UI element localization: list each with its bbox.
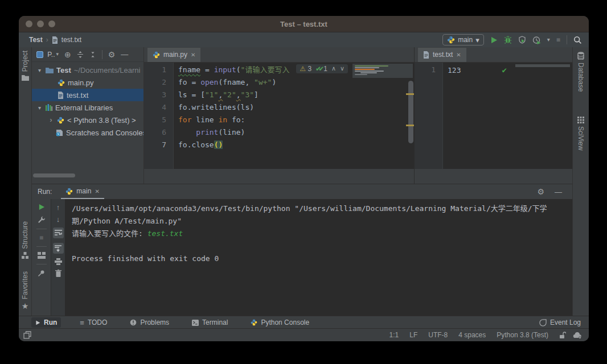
breadcrumb-file[interactable]: test.txt (61, 36, 81, 44)
status-line-ending[interactable]: LF (409, 331, 417, 339)
editor-body[interactable]: 1 123✔ (415, 63, 572, 169)
tool-tab-run[interactable]: Run (31, 317, 61, 328)
gear-icon[interactable]: ⚙ (108, 51, 116, 59)
folder-icon (46, 67, 54, 73)
warning-stripe-mark[interactable] (406, 93, 414, 95)
tab-label: test.txt (433, 51, 453, 59)
rerun-button[interactable] (38, 204, 45, 210)
run-tab-main[interactable]: main ✕ (61, 185, 104, 199)
tree-expand-icon[interactable]: ▾ (36, 105, 43, 111)
prev-problem-icon[interactable]: ∧ (331, 65, 336, 72)
next-problem-icon[interactable]: ∨ (340, 65, 344, 72)
tree-item-scratches[interactable]: Scratches and Consoles (32, 126, 143, 139)
tool-tab-label: Python Console (261, 318, 309, 326)
database-stripe-label: Database (577, 63, 585, 92)
ok-count: 1 (323, 65, 327, 73)
tool-stripe-favorites[interactable]: Favorites ★ (19, 271, 31, 310)
terminal-icon (192, 320, 199, 326)
ide-window: Test – test.txt Test › test.txt main ▾ (19, 16, 589, 341)
navigation-bar: Test › test.txt main ▾ (19, 32, 589, 48)
profiler-button[interactable] (532, 36, 541, 44)
inspection-widget[interactable]: ⚠ 3 ✔✔1 ∧ ∨ (296, 64, 348, 73)
scroll-to-end-toggle[interactable] (53, 243, 64, 254)
project-view-select[interactable]: P.. ▾ (36, 51, 59, 59)
status-encoding[interactable]: UTF-8 (428, 331, 448, 339)
tree-expand-icon[interactable]: ▾ (36, 67, 43, 73)
close-tab-icon[interactable]: ✕ (456, 52, 461, 58)
tool-tab-problems[interactable]: Problems (126, 317, 173, 328)
run-configuration-select[interactable]: main ▾ (442, 34, 484, 46)
hide-panel-button[interactable]: — (121, 51, 128, 58)
code-area[interactable]: fname = input("请输入要写入fo = open(fname, "w… (174, 63, 414, 169)
profiler-dropdown-icon[interactable]: ▾ (547, 37, 550, 43)
gear-icon[interactable]: ⚙ (537, 188, 544, 196)
tree-item-external-libraries[interactable]: ▾ External Libraries (32, 101, 143, 114)
print-icon[interactable] (55, 258, 62, 265)
collapse-all-button[interactable] (89, 51, 96, 58)
run-button[interactable] (490, 36, 498, 44)
tab-main-py[interactable]: main.py ✕ (147, 48, 200, 62)
tree-collapsed-icon[interactable]: › (48, 116, 54, 124)
restore-layout-icon[interactable] (38, 252, 46, 259)
editor-scrollbar[interactable] (408, 81, 413, 143)
edit-configuration-icon[interactable] (38, 216, 46, 224)
structure-icon (22, 252, 28, 259)
tree-item-project-root[interactable]: ▾ Test ~/Documents/Learni (32, 64, 143, 76)
locate-file-button[interactable]: ⊕ (64, 51, 71, 59)
editor-filler (144, 169, 414, 184)
tool-stripe-database[interactable]: Database (573, 52, 589, 92)
tool-stripe-sciview[interactable]: SciView (573, 117, 589, 150)
close-tab-icon[interactable]: ✕ (191, 52, 195, 58)
breadcrumb-separator-icon: › (46, 36, 48, 44)
project-view-icon (36, 51, 43, 58)
down-stack-trace-icon[interactable]: ↓ (56, 216, 60, 223)
editor-gutter: 12 34 56 7 (144, 63, 174, 169)
warning-stripe-mark[interactable] (406, 125, 414, 126)
event-log-button[interactable]: Event Log (539, 318, 581, 326)
tool-tab-todo[interactable]: ≡ TODO (76, 317, 111, 328)
favorites-stripe-label: Favorites (21, 271, 29, 299)
run-panel-label: Run: (32, 188, 52, 196)
right-tool-stripe: Database SciView (572, 47, 589, 316)
tree-item-label: Test (56, 66, 71, 75)
todo-list-icon: ≡ (80, 319, 84, 326)
preview-strip (515, 64, 570, 67)
clear-console-icon[interactable] (55, 270, 61, 277)
text-content[interactable]: 123✔ (443, 63, 572, 169)
expand-all-button[interactable] (77, 51, 84, 58)
up-stack-trace-icon[interactable]: ↑ (56, 204, 60, 211)
pin-icon[interactable] (38, 270, 45, 277)
search-everywhere-icon[interactable] (573, 36, 582, 44)
close-tab-icon[interactable]: ✕ (95, 188, 99, 195)
toolbar-separator (567, 35, 567, 44)
text-file-icon (52, 36, 58, 44)
tool-stripe-structure[interactable]: Structure (19, 221, 31, 259)
main-area: Project Structure Favorites ★ (19, 47, 589, 316)
project-horizontal-scrollbar[interactable] (33, 173, 75, 177)
soft-wrap-toggle[interactable] (53, 228, 64, 238)
tab-test-txt[interactable]: test.txt ✕ (418, 48, 466, 62)
tool-tab-terminal[interactable]: Terminal (188, 317, 232, 328)
run-console-output[interactable]: /Users/william/opt/anaconda3/envs/Test/b… (65, 199, 572, 316)
python-icon (65, 188, 73, 195)
tool-stripe-project[interactable]: Project (19, 51, 31, 81)
tool-tab-python-console[interactable]: Python Console (247, 317, 313, 328)
status-interpreter[interactable]: Python 3.8 (Test) (497, 331, 548, 339)
coverage-button[interactable] (518, 36, 526, 44)
tree-item-test-txt[interactable]: test.txt (32, 89, 143, 101)
debug-button[interactable] (504, 36, 512, 44)
lock-icon[interactable] (559, 332, 566, 339)
window-title: Test – test.txt (19, 20, 589, 28)
tree-item-main-py[interactable]: main.py (32, 76, 143, 89)
status-indent[interactable]: 4 spaces (458, 331, 486, 339)
problems-icon (130, 319, 137, 326)
hide-panel-button[interactable]: — (555, 188, 562, 196)
cloud-settings-icon[interactable] (573, 332, 582, 339)
breadcrumb-root[interactable]: Test (29, 36, 43, 44)
run-toolbar-left: ■ (32, 199, 51, 316)
run-configuration-name: main (458, 36, 473, 44)
editor-body[interactable]: 12 34 56 7 fname = input("请输入要写入fo = ope… (144, 63, 414, 169)
tool-window-switcher-icon[interactable] (23, 331, 31, 339)
status-caret-position[interactable]: 1:1 (389, 331, 399, 339)
tree-item-python-interpreter[interactable]: › < Python 3.8 (Test) > (32, 114, 143, 126)
